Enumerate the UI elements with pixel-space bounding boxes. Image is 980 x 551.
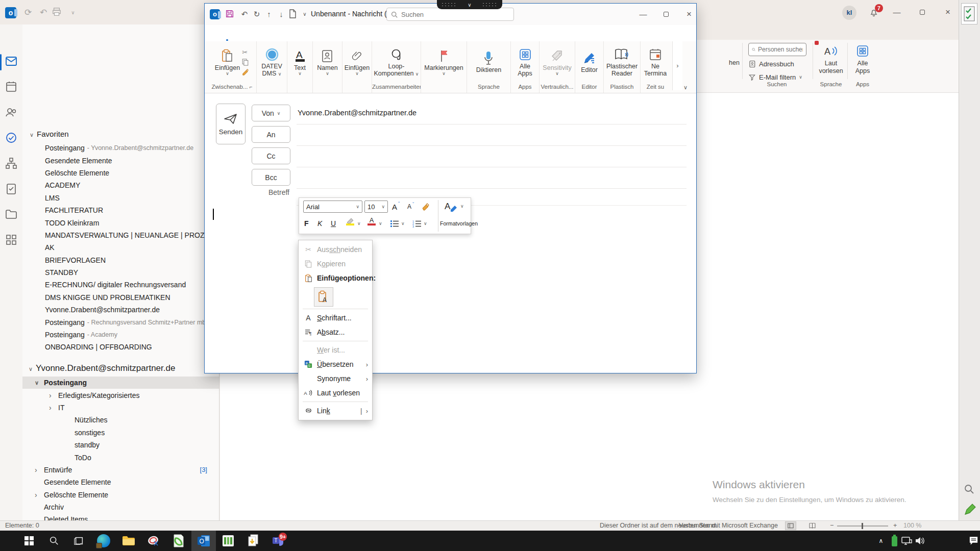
mail-module-icon[interactable]	[5, 55, 17, 67]
ribbon-tab[interactable]	[237, 26, 241, 40]
strip-search-icon[interactable]	[964, 484, 975, 495]
favorite-folder-item[interactable]: ONBOARDING | OFFBOARDING	[22, 341, 219, 353]
from-button[interactable]: Von∨	[252, 105, 290, 121]
menu-item-uebersetzen[interactable]: aü Übersetzen ›	[299, 357, 372, 371]
dictate-button[interactable]: Diktieren	[476, 50, 501, 74]
touch-drag-pill[interactable]: ∨	[437, 0, 502, 9]
reading-view-button[interactable]	[785, 521, 796, 530]
ribbon-collapse-icon[interactable]: ∨	[683, 84, 688, 91]
copy-icon[interactable]	[242, 59, 249, 66]
document-icon[interactable]	[288, 9, 299, 19]
folder-item[interactable]: sonstiges	[22, 427, 219, 439]
favorite-folder-item[interactable]: ACADEMY	[22, 179, 219, 191]
new-meeting-poll-button[interactable]: Ne Termina	[644, 46, 667, 78]
favorite-folder-item[interactable]: E-RECHNUNG/ digitaler Rechnungsversand	[22, 279, 219, 291]
display-network-icon[interactable]	[899, 534, 914, 548]
people-search-box[interactable]	[748, 43, 806, 56]
favorite-folder-item[interactable]: FACHLITERATUR	[22, 204, 219, 216]
bullet-list-button[interactable]	[390, 217, 399, 230]
menu-item-link[interactable]: Link ❘ ›	[299, 404, 372, 418]
tasks-module-icon[interactable]	[5, 183, 17, 195]
font-size-select[interactable]: 10∨	[364, 201, 388, 213]
folder-chevron-icon[interactable]	[35, 380, 44, 386]
action-center-icon[interactable]	[966, 534, 980, 548]
favorite-folder-item[interactable]: STANDBY	[22, 266, 219, 279]
address-book-button[interactable]: Adressbuch	[748, 58, 794, 69]
folder-item[interactable]: Gesendete Elemente	[22, 476, 219, 488]
folder-item[interactable]: ToDo	[22, 451, 219, 463]
taskbar-green-app-icon[interactable]	[172, 534, 186, 548]
people-module-icon[interactable]	[5, 106, 17, 118]
groups-module-icon[interactable]	[5, 157, 17, 169]
maximize-button[interactable]	[657, 7, 675, 21]
favorite-folder-item[interactable]: Posteingang- Academy	[22, 329, 219, 341]
ribbon-tab[interactable]	[262, 26, 266, 40]
text-button[interactable]: A Text ∨	[293, 48, 307, 76]
arrow-up-icon[interactable]: ↑	[264, 9, 274, 19]
qat-more-icon[interactable]: ∨	[67, 7, 79, 18]
favorite-folder-item[interactable]: DMS KNIGGE UND PROBLEMATIKEN	[22, 291, 219, 304]
taskbar-task-view-button[interactable]	[72, 534, 86, 548]
strip-pen-icon[interactable]	[963, 503, 976, 516]
zoom-slider-thumb[interactable]	[862, 523, 863, 529]
folder-chevron-icon[interactable]	[49, 391, 58, 399]
datev-dms-button[interactable]: DATEV DMS ∨	[261, 46, 282, 78]
bold-button[interactable]: F	[304, 217, 309, 230]
compose-search-box[interactable]	[386, 8, 514, 21]
taskbar-outlook-icon[interactable]: O	[197, 534, 211, 548]
format-painter-icon[interactable]	[242, 68, 249, 76]
avatar[interactable]: kl	[842, 6, 856, 20]
tags-button[interactable]: Markierungen ∨	[424, 48, 463, 76]
taskbar-search-button[interactable]	[47, 534, 61, 548]
names-button[interactable]: Namen ∨	[317, 48, 337, 76]
arrow-down-icon[interactable]: ↓	[276, 9, 286, 19]
taskbar-documents-icon[interactable]	[246, 534, 260, 548]
favorite-folder-item[interactable]: Gelöschte Elemente	[22, 167, 219, 179]
favorite-folder-item[interactable]: Posteingang- Rechnungsversand Schmitz+Pa…	[22, 316, 219, 328]
taskbar-start-button[interactable]	[22, 534, 36, 548]
shrink-font-button[interactable]: Aˇ	[407, 201, 414, 213]
all-apps-button-main[interactable]: Alle Apps	[850, 42, 875, 75]
folders-module-icon[interactable]	[5, 208, 17, 220]
undo-icon[interactable]: ↶	[38, 7, 49, 18]
folder-chevron-icon[interactable]	[49, 404, 58, 412]
folder-item[interactable]: Entwürfe [3]	[22, 464, 219, 476]
bullet-list-dropdown[interactable]: ∨	[401, 217, 405, 230]
clear-formatting-button[interactable]	[422, 201, 431, 213]
folder-item[interactable]: standby	[22, 439, 219, 451]
taskbar-explorer-icon[interactable]	[121, 534, 136, 548]
compose-search-input[interactable]	[401, 11, 493, 18]
zoom-level[interactable]: 100 %	[903, 522, 921, 529]
font-color-button[interactable]: A	[368, 217, 376, 230]
account-header[interactable]: ∨Yvonne.Drabent@schmitzpartner.de	[29, 363, 175, 373]
menu-item-synonyme[interactable]: Synonyme ›	[299, 371, 372, 386]
calendar-module-icon[interactable]	[5, 81, 17, 93]
favorite-folder-item[interactable]: BRIEFVORLAGEN	[22, 254, 219, 266]
layout-view-button[interactable]	[806, 521, 818, 530]
ribbon-tab[interactable]	[274, 26, 278, 40]
restore-button[interactable]	[914, 5, 931, 19]
favorite-folder-item[interactable]: Yvonne.Drabent@schmitzpartner.de	[22, 304, 219, 316]
all-apps-button[interactable]: Alle Apps	[518, 46, 532, 78]
folder-item[interactable]: IT	[22, 402, 219, 414]
tray-expand-chevron[interactable]: ∧	[874, 534, 888, 548]
print-icon[interactable]	[52, 7, 63, 18]
highlight-button[interactable]	[346, 217, 354, 230]
read-aloud-button[interactable]: A Laut vorlesen	[817, 42, 845, 75]
font-family-select[interactable]: Arial∨	[303, 201, 362, 213]
close-button[interactable]: ×	[939, 5, 957, 19]
highlight-dropdown[interactable]: ∨	[357, 217, 361, 230]
italic-button[interactable]: K	[317, 217, 322, 230]
ribbon-expand-flyout[interactable]: ›	[672, 41, 682, 90]
send-receive-icon[interactable]: ⟳	[22, 7, 34, 18]
send-button[interactable]: Senden	[216, 104, 246, 144]
ribbon-tab[interactable]	[250, 26, 254, 40]
close-button[interactable]: ×	[680, 7, 698, 21]
favorite-folder-item[interactable]: MANDATSVERWALTUNG | NEUANLAGE | PROZESSE	[22, 229, 219, 241]
folder-item[interactable]: Erledigtes/Kategorisiertes	[22, 389, 219, 401]
undo-icon[interactable]: ↶	[239, 9, 250, 19]
paste-option-keep-text[interactable]: A	[314, 287, 333, 307]
more-apps-module-icon[interactable]	[5, 234, 17, 246]
favorite-folder-item[interactable]: Posteingang- Yvonne.Drabent@schmitzpartn…	[22, 142, 219, 154]
grow-font-button[interactable]: Aˆ	[392, 201, 400, 213]
